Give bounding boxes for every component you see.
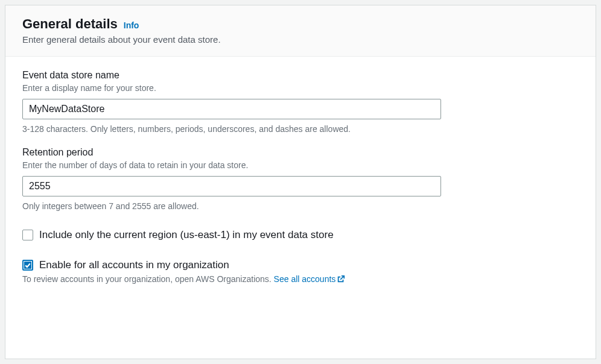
field-group-name: Event data store name Enter a display na… (22, 70, 579, 134)
checkbox-group-org: Enable for all accounts in my organizati… (22, 259, 579, 284)
checkbox-row-region: Include only the current region (us-east… (22, 229, 579, 241)
field-label-retention: Retention period (22, 147, 579, 158)
info-link[interactable]: Info (124, 20, 139, 30)
event-data-store-name-input[interactable] (22, 99, 441, 119)
enable-org-label[interactable]: Enable for all accounts in my organizati… (39, 259, 229, 271)
check-icon (24, 262, 31, 269)
include-region-checkbox[interactable] (22, 230, 33, 240)
field-hint-retention: Only integers between 7 and 2555 are all… (22, 201, 579, 211)
enable-org-checkbox[interactable] (22, 260, 33, 271)
field-description-name: Enter a display name for your store. (22, 83, 579, 93)
include-region-label[interactable]: Include only the current region (us-east… (39, 229, 334, 241)
field-label-name: Event data store name (22, 70, 579, 81)
enable-org-hint: To review accounts in your organization,… (22, 274, 579, 284)
enable-org-hint-text: To review accounts in your organization,… (22, 274, 274, 284)
panel-subtitle: Enter general details about your event d… (22, 34, 579, 45)
retention-period-input[interactable] (22, 176, 441, 196)
see-all-accounts-link[interactable]: See all accounts (274, 274, 346, 284)
panel-header: General details Info Enter general detai… (5, 5, 596, 57)
general-details-panel: General details Info Enter general detai… (5, 5, 596, 359)
field-hint-name: 3-128 characters. Only letters, numbers,… (22, 124, 579, 134)
field-group-retention: Retention period Enter the number of day… (22, 147, 579, 211)
see-all-accounts-text: See all accounts (274, 274, 336, 284)
panel-body: Event data store name Enter a display na… (5, 57, 596, 298)
field-description-retention: Enter the number of days of data to reta… (22, 160, 579, 170)
panel-title: General details (22, 16, 118, 32)
external-link-icon (337, 275, 345, 283)
